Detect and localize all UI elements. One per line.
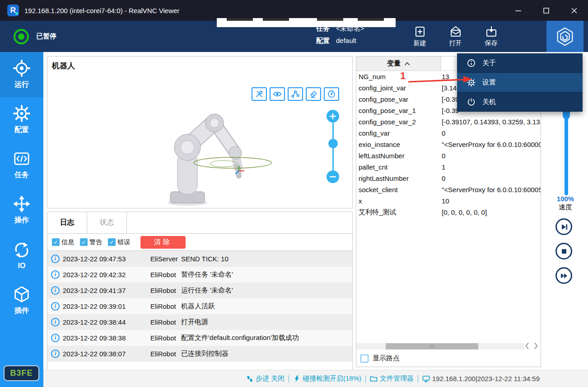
log-message: 配置文件'default.configuration'加载成功: [181, 334, 352, 342]
robot-status-label: 已暂停: [36, 32, 56, 41]
speed-readout: 100% 速度: [552, 195, 579, 212]
statusbar-separator: [365, 375, 366, 382]
maximize-icon: [543, 8, 549, 14]
sidebar-item-task[interactable]: 任务: [0, 142, 43, 188]
minimize-button[interactable]: [504, 0, 532, 21]
log-message: 运行任务 '未命名': [181, 286, 352, 295]
dial-icon: [327, 90, 336, 99]
power-icon: [467, 98, 476, 106]
zoom-in-button[interactable]: [327, 110, 339, 123]
log-source: EliRobot: [150, 350, 181, 358]
log-message: 打开电源: [181, 318, 352, 326]
fast-forward-button[interactable]: [555, 267, 572, 284]
step-mode-label: 步进 关闭: [256, 374, 285, 383]
robot-3d-view[interactable]: [142, 95, 323, 206]
remote-window-fragment: [217, 18, 396, 27]
variable-name: config_joint_var: [356, 84, 439, 92]
sidebar-item-io[interactable]: IO: [0, 233, 43, 278]
robot-status-indicator-icon[interactable]: [14, 29, 29, 44]
collision-status[interactable]: 碰撞检测开启(18%): [293, 374, 361, 383]
variable-name: rightLastNumber: [356, 175, 439, 182]
stop-button[interactable]: [555, 243, 572, 260]
variable-row[interactable]: socket_client "<ServerProxy for 6.0.0.10…: [356, 184, 541, 195]
variables-header-cell[interactable]: 变量: [356, 57, 441, 71]
io-sync-icon: [13, 241, 30, 259]
menu-item-settings[interactable]: 设置: [457, 73, 583, 92]
system-menu-button[interactable]: [546, 21, 583, 52]
tab-status[interactable]: 状态: [87, 212, 127, 233]
info-circle-icon: i: [51, 270, 60, 279]
filter-info[interactable]: ✓ 信息: [52, 238, 74, 246]
stop-icon: [560, 247, 569, 256]
log-time: 2023-12-22 09:38:44: [63, 318, 150, 326]
code-task-icon: [13, 150, 30, 167]
filter-error[interactable]: ✓ 错误: [108, 238, 130, 246]
variable-row[interactable]: x 10: [356, 195, 541, 207]
log-row: i 2023-12-22 09:42:32 EliRobot 暂停任务 '未命名…: [47, 267, 352, 283]
warning-checkbox[interactable]: ✓: [80, 238, 88, 246]
zoom-slider-thumb[interactable]: [328, 139, 338, 148]
connection-status[interactable]: 192.168.1.200|2023-12-22 11:34:59: [422, 375, 540, 382]
tab-log[interactable]: 日志: [47, 212, 87, 233]
sidebar-item-operate[interactable]: 操作: [0, 188, 43, 233]
connection-label: 192.168.1.200|2023-12-22 11:34:59: [432, 375, 540, 382]
open-task-button[interactable]: 打开: [438, 21, 473, 52]
step-mode-status[interactable]: 步进 关闭: [246, 374, 285, 383]
info-circle-icon: i: [51, 255, 60, 263]
log-row: i 2023-12-22 09:41:37 EliRobot 运行任务 '未命名…: [47, 283, 352, 298]
status-bar: 步进 关闭 碰撞检测开启(18%) 文件管理器 192.168.1.200|20…: [43, 370, 588, 387]
variable-row[interactable]: 艾利特_测试 [0, 0, 0, 0, 0, 0]: [356, 207, 541, 218]
gear-icon: [467, 78, 476, 87]
speed-slider[interactable]: [563, 108, 569, 195]
variable-row[interactable]: exio_instance "<ServerProxy for 6.0.0.10…: [356, 139, 541, 150]
info-checkbox[interactable]: ✓: [52, 238, 60, 246]
variable-row[interactable]: leftLastNumber 0: [356, 150, 541, 161]
task-info: 任务 <未命名> 配置 default: [316, 24, 364, 49]
log-row: i 2023-12-22 09:38:44 EliRobot 打开电源: [47, 314, 352, 330]
gear-icon: [13, 105, 30, 122]
step-run-button[interactable]: [555, 218, 572, 235]
statusbar-separator: [418, 375, 418, 382]
maximize-button[interactable]: [532, 0, 560, 21]
horizontal-scrollbar[interactable]: [356, 343, 524, 349]
menu-item-shutdown[interactable]: 关机: [457, 92, 583, 112]
speed-slider-track[interactable]: [565, 108, 568, 195]
sidebar-item-run[interactable]: 运行: [0, 52, 43, 97]
log-time: 2023-12-22 09:41:37: [63, 287, 150, 294]
new-document-icon: [414, 25, 426, 38]
variable-name: config_pose_var_2: [356, 118, 439, 126]
chevron-up-icon: [404, 62, 410, 66]
speed-label: 速度: [552, 203, 579, 212]
speed-dial-button[interactable]: [324, 87, 339, 101]
clear-log-button[interactable]: 清除: [140, 236, 186, 249]
scrollbar-thumb[interactable]: [386, 343, 478, 349]
log-source: EliRobot: [150, 287, 181, 294]
show-waypoints-checkbox[interactable]: [360, 354, 369, 363]
variable-row[interactable]: pallet_cnt 1: [356, 161, 541, 173]
save-task-button[interactable]: 保存: [473, 21, 509, 52]
sidebar-item-plugin[interactable]: 插件: [0, 278, 43, 323]
robot-panel-title: 机器人: [52, 61, 75, 71]
variable-row[interactable]: rightLastNumber 0: [356, 173, 541, 184]
file-manager-link[interactable]: 文件管理器: [370, 374, 414, 383]
sidebar-item-config[interactable]: 配置: [0, 97, 43, 142]
sidebar-nav: 运行 配置 任务 操作 IO 插件 B3FE: [0, 52, 43, 387]
variable-row[interactable]: config_var 0: [356, 127, 541, 139]
variable-row[interactable]: config_pose_var_2 [-0.39107, 0.14393, 0.…: [356, 116, 541, 127]
zoom-out-button[interactable]: [327, 170, 339, 183]
filter-warning[interactable]: ✓ 警告: [80, 238, 102, 246]
error-checkbox[interactable]: ✓: [108, 238, 116, 246]
close-button[interactable]: [560, 0, 588, 21]
log-time: 2023-12-22 09:42:32: [63, 271, 150, 278]
new-task-button[interactable]: 新建: [402, 21, 438, 52]
step-icon: [246, 375, 253, 382]
scroll-right-icon[interactable]: [534, 342, 538, 349]
monitor-icon: [422, 375, 430, 382]
cube-plugin-icon: [13, 286, 30, 303]
log-source: EliRobot: [150, 318, 181, 326]
scroll-left-icon[interactable]: [525, 342, 529, 349]
zoom-slider-track[interactable]: [332, 123, 334, 170]
log-message: SEND TICK: 10: [181, 255, 352, 263]
info-circle-icon: i: [51, 334, 60, 342]
menu-item-about[interactable]: 关于: [457, 53, 583, 73]
